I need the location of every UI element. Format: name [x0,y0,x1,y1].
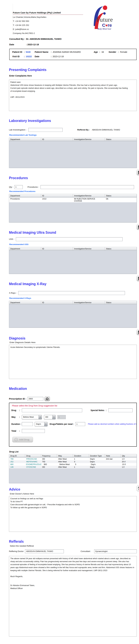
referred-by-value: ABIODUN EMMANUEL TAIWO [92,129,120,131]
add-drug-button[interactable]: + Add Drug [12,437,33,442]
table-body: Procedures1013IM INJECTION SERVICE CHARG… [9,198,136,222]
referral-letter-textarea[interactable]: The above named 34 year old nullipara wo… [9,556,137,636]
table-cell: IM INJECTION SERVICE CHARGE [73,198,105,202]
total-label: Total [11,430,19,432]
recommended-xray-table: DepartmentIDInvestigation/ServiceStatus [9,301,137,328]
table-cell: Procedures [9,198,41,202]
prescription-id-input[interactable] [28,397,43,401]
table-cell: After Meal [57,466,73,468]
xray-trash-row [9,330,139,335]
table-cell: MEFENAMIC [25,460,41,463]
diagnosis-textarea[interactable]: Acute Abdomen Secondary to symptomatic U… [9,345,137,379]
table-body [9,141,136,168]
table-cell: 252 [9,460,25,463]
table-row[interactable]: Procedures1013IM INJECTION SERVICE CHARG… [9,198,136,202]
special-notes-input[interactable] [108,408,132,412]
patient-name-value: JOANNA SARAH MUSSARD [52,51,94,53]
per-meal-input[interactable] [75,422,85,426]
frequency-select[interactable]: OD ▼ [44,415,56,419]
column-header: Investigation/Service [73,138,105,141]
referral-entry-row: Reffering Doctor Consultant [9,550,137,553]
company-logo: Future C♥re Body Mind Soul [89,4,119,30]
column-header: Investigation/Service [73,194,105,198]
table-cell: 766 [9,458,25,460]
duration-input[interactable] [22,422,33,426]
consultant-input[interactable] [94,550,137,553]
table-row[interactable]: 880ESOMEPRAZOLEBIDBefore Meal5Day/s10.0 [9,463,136,466]
drug-entry-box: Please select the Drug from Drug suggess… [9,403,137,446]
referrals-label: Select the needed Refferal [10,545,137,547]
xray-input[interactable] [18,291,125,295]
column-header: ID [41,301,73,304]
delete-drug-button[interactable] [137,486,139,491]
lab-investigation-input[interactable] [28,128,62,132]
column-header: Qty [121,454,136,458]
medication-section: Medication Prescription ID : Please sele… [9,387,137,491]
column-header: Drug ID [9,454,25,458]
table-cell: 10.0 [121,463,136,466]
delete-procedure-button[interactable] [137,224,139,230]
chevron-down-icon: ▼ [38,415,42,419]
table-cell [105,460,121,463]
table-row[interactable]: 766PIROXICAMODAfter Meal1Day/s2ml stat1.… [9,458,136,460]
recommended-lab-link[interactable]: Recommended Lab Testings [9,134,137,136]
column-header: Department [9,138,41,141]
table-cell: HYOSCINE [25,466,41,468]
table-cell: BID [42,463,58,466]
company-number: Company No.8417652-2 [13,32,84,35]
recommended-xray-link[interactable]: Recommended X-Rays [9,297,137,299]
delete-xray-button[interactable] [137,330,139,335]
laboratory-title: Laboratory Investigations [9,119,137,123]
recommended-uss-link[interactable]: Recommended USS [9,243,137,246]
table-row[interactable]: 146HYOSCINEODAfter Meal1Day/s1.0 [9,466,136,468]
company-address: Le Chainter,Victoria,Mahe,Seychelles [13,16,84,19]
referring-doctor-input[interactable] [25,550,64,553]
patient-row-1: Patient ID : 5440 Patient Name : JOANNA … [12,51,134,53]
table-header-row: Drug IDDrugFequencyWayDurationDuration T… [9,454,136,458]
table-cell: 20.0 [120,460,136,463]
referrals-title: Refferals [9,540,137,544]
table-cell: ESOMEPRAZOLE [25,463,43,466]
logo-word-future: Future [96,16,113,23]
patient-id-label: Patient ID [12,51,24,53]
diagnosis-title: Diagnosis [9,336,137,340]
column-header: Duration Type [89,454,105,458]
table-cell: 880 [9,463,25,466]
drug-input[interactable] [22,408,82,412]
per-meal-label: Drugs/Tablets per meal : [50,423,74,425]
uss-input[interactable] [16,237,122,241]
consult-date-line: Date : 2023-12-18 [9,43,139,46]
column-header: Status [105,301,137,304]
consultant-label: Consultant [80,550,90,552]
uss-section: Medical Imaging Ultra Sound USS : Recomm… [9,230,137,281]
refresh-prescription-button[interactable] [44,396,50,401]
table-cell: PIROXICAM [25,458,41,460]
procedures-input[interactable] [40,185,134,189]
lab-investigation-label: Lab Investingation : [9,129,28,131]
table-row[interactable]: 252MEFENAMICTIDAfter Meal3Day/s20.0 [9,460,136,463]
table-cell: After Meal [57,458,73,460]
way-select[interactable]: Before Meal ▼ [22,415,42,419]
uss-trash-row [9,276,139,281]
decimal-note: Please add as decimal numbers when addin… [88,423,136,425]
advice-textarea[interactable]: Counsel on findings as well as red flags… [9,496,137,532]
total-input[interactable] [22,429,45,433]
column-header: Drug [25,454,41,458]
column-header: Department [9,194,41,198]
patient-id-value: 5440 [26,51,35,53]
complaints-textarea[interactable]: Patient seen Abdominal USS done shows fe… [9,80,137,111]
advice-label: Enter Doctor's Advice Here [10,493,137,495]
prescription-row: Prescription ID : [9,396,137,401]
lab-investigation-row: Lab Investingation : Reffered By : ABIOD… [9,128,137,132]
recommended-procedures-link[interactable]: Recommended Procedures [9,190,137,192]
procedures-qty-input[interactable] [14,185,23,189]
xray-input-label: X-Rays : [9,292,18,294]
delete-uss-button[interactable] [137,276,139,281]
duration-unit-select[interactable]: Day/s ▼ [35,422,48,426]
advice-section: Advice Enter Doctor's Advice Here Counse… [9,488,137,532]
delete-lab-selection-button[interactable] [137,170,139,175]
table-header-row: DepartmentIDInvestigation/ServiceStatus [9,138,136,141]
trash-icon [138,276,139,280]
column-header: Investigation/Service [73,301,105,304]
column-header: Duration [73,454,89,458]
